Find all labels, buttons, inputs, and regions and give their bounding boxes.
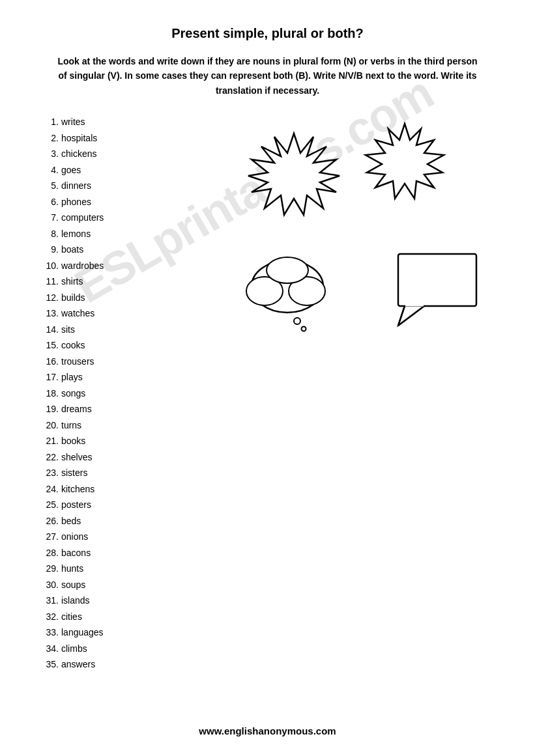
list-item: 5.dinners <box>39 178 169 194</box>
item-number: 1. <box>39 114 59 130</box>
list-item: 33.languages <box>39 624 169 641</box>
item-number: 16. <box>39 354 59 370</box>
list-item: 15.cooks <box>39 337 169 354</box>
item-number: 23. <box>39 465 59 481</box>
list-item: 4.goes <box>39 162 169 178</box>
list-item: 6.phones <box>39 194 169 210</box>
svg-point-3 <box>267 257 308 283</box>
item-number: 7. <box>39 210 59 226</box>
item-word: turns <box>61 417 81 434</box>
item-word: answers <box>61 656 95 673</box>
item-word: kitchens <box>61 481 94 497</box>
item-number: 10. <box>39 258 59 274</box>
list-item: 27.onions <box>39 529 169 545</box>
item-word: chickens <box>61 146 96 162</box>
item-number: 31. <box>39 593 59 609</box>
item-number: 2. <box>39 130 59 147</box>
item-word: hospitals <box>61 130 97 147</box>
list-item: 10.wardrobes <box>39 258 169 274</box>
list-item: 22.shelves <box>39 449 169 466</box>
item-word: sisters <box>61 465 87 481</box>
item-word: trousers <box>61 354 94 370</box>
item-number: 34. <box>39 641 59 657</box>
item-number: 4. <box>39 162 59 178</box>
item-word: soups <box>61 577 85 593</box>
list-item: 23.sisters <box>39 465 169 481</box>
item-word: phones <box>61 194 91 210</box>
item-word: dinners <box>61 178 91 194</box>
item-word: computers <box>61 210 104 226</box>
item-number: 25. <box>39 497 59 513</box>
list-item: 21.books <box>39 433 169 449</box>
item-number: 29. <box>39 561 59 577</box>
item-number: 28. <box>39 545 59 561</box>
list-item: 24.kitchens <box>39 481 169 497</box>
item-number: 13. <box>39 305 59 322</box>
item-word: cities <box>61 609 82 625</box>
list-item: 8.lemons <box>39 226 169 242</box>
item-number: 3. <box>39 146 59 162</box>
item-word: hunts <box>61 561 83 577</box>
item-number: 12. <box>39 290 59 306</box>
item-number: 22. <box>39 449 59 466</box>
list-item: 13.watches <box>39 305 169 322</box>
list-item: 16.trousers <box>39 354 169 370</box>
item-number: 11. <box>39 273 59 290</box>
item-number: 17. <box>39 369 59 385</box>
list-item: 18.songs <box>39 385 169 402</box>
item-number: 5. <box>39 178 59 194</box>
list-item: 35.answers <box>39 656 169 673</box>
page: Present simple, plural or both? Look at … <box>0 0 535 756</box>
item-number: 35. <box>39 656 59 673</box>
list-item: 26.beds <box>39 513 169 529</box>
list-item: 7.computers <box>39 210 169 226</box>
item-word: languages <box>61 624 104 641</box>
item-number: 21. <box>39 433 59 449</box>
item-word: songs <box>61 385 85 402</box>
list-item: 11.shirts <box>39 273 169 290</box>
list-item: 34.climbs <box>39 641 169 657</box>
item-number: 32. <box>39 609 59 625</box>
item-word: writes <box>61 114 85 130</box>
item-number: 9. <box>39 242 59 258</box>
item-word: wardrobes <box>61 258 104 274</box>
item-word: cooks <box>61 337 85 354</box>
item-number: 27. <box>39 529 59 545</box>
item-number: 6. <box>39 194 59 210</box>
list-item: 3.chickens <box>39 146 169 162</box>
item-word: plays <box>61 369 83 385</box>
item-number: 30. <box>39 577 59 593</box>
list-item: 9.boats <box>39 242 169 258</box>
svg-rect-6 <box>398 254 476 306</box>
item-word: onions <box>61 529 88 545</box>
item-number: 24. <box>39 481 59 497</box>
item-number: 8. <box>39 226 59 242</box>
footer-url: www.englishanonymous.com <box>0 725 535 736</box>
item-word: goes <box>61 162 81 178</box>
item-word: posters <box>61 497 91 513</box>
deco-svg <box>222 114 496 361</box>
item-word: shirts <box>61 273 83 290</box>
list-item: 29.hunts <box>39 561 169 577</box>
list-item: 20.turns <box>39 417 169 434</box>
item-word: shelves <box>61 449 92 466</box>
item-number: 20. <box>39 417 59 434</box>
item-word: climbs <box>61 641 87 657</box>
list-item: 1.writes <box>39 114 169 130</box>
item-word: dreams <box>61 401 92 417</box>
item-word: sits <box>61 322 75 338</box>
list-item: 14.sits <box>39 322 169 338</box>
item-number: 14. <box>39 322 59 338</box>
item-number: 18. <box>39 385 59 402</box>
svg-point-4 <box>294 318 300 324</box>
list-item: 2.hospitals <box>39 130 169 147</box>
item-word: builds <box>61 290 85 306</box>
item-word: bacons <box>61 545 91 561</box>
page-title: Present simple, plural or both? <box>39 26 496 41</box>
item-word: watches <box>61 305 94 322</box>
item-word: boats <box>61 242 83 258</box>
svg-point-5 <box>302 327 306 331</box>
decorations <box>222 114 496 361</box>
item-word: lemons <box>61 226 91 242</box>
item-number: 19. <box>39 401 59 417</box>
